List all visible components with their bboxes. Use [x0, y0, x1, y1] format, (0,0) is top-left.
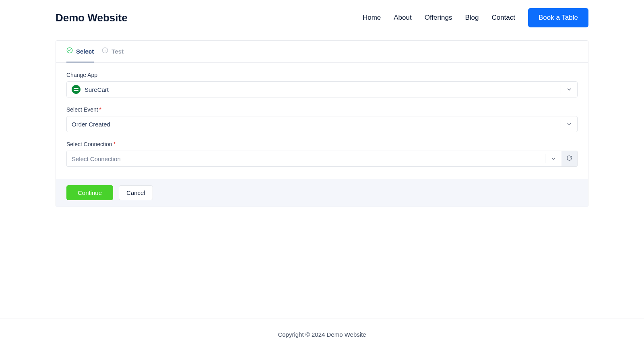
- info-circle-icon: [102, 47, 108, 55]
- footer-copyright: Copyright © 2024 Demo Website: [0, 331, 644, 338]
- site-header: Demo Website Home About Offerings Blog C…: [0, 0, 644, 35]
- tab-select-label: Select: [76, 48, 94, 55]
- select-connection-content: Select Connection: [72, 155, 121, 162]
- spacer: [0, 207, 644, 319]
- refresh-button[interactable]: [561, 151, 578, 167]
- field-select-connection: Select Connection* Select Connection: [66, 141, 578, 167]
- label-change-app: Change App: [66, 72, 578, 78]
- select-connection-placeholder: Select Connection: [72, 155, 121, 162]
- label-select-event: Select Event*: [66, 106, 578, 113]
- site-title: Demo Website: [56, 12, 128, 24]
- nav-link-contact[interactable]: Contact: [491, 14, 515, 22]
- continue-button[interactable]: Continue: [66, 185, 113, 200]
- panel-body: Change App SureCart Select Event*: [56, 63, 588, 179]
- nav-area: Home About Offerings Blog Contact Book a…: [363, 8, 588, 27]
- check-circle-icon: [66, 47, 73, 55]
- surecart-icon: [72, 85, 80, 94]
- cancel-button[interactable]: Cancel: [119, 185, 153, 200]
- tab-select[interactable]: Select: [66, 41, 94, 62]
- chevron-down-icon: [545, 154, 557, 163]
- nav-link-offerings[interactable]: Offerings: [425, 14, 452, 22]
- select-connection[interactable]: Select Connection: [66, 151, 561, 167]
- site-footer: Copyright © 2024 Demo Website: [0, 319, 644, 350]
- panel-footer: Continue Cancel: [56, 179, 588, 207]
- select-change-app[interactable]: SureCart: [66, 81, 578, 97]
- nav-link-home[interactable]: Home: [363, 14, 381, 22]
- required-asterisk: *: [99, 106, 101, 113]
- select-event-content: Order Created: [72, 121, 110, 128]
- chevron-down-icon: [561, 120, 573, 128]
- chevron-down-icon: [561, 85, 573, 94]
- config-panel: Select Test Change App SureCart: [56, 40, 588, 207]
- field-select-event: Select Event* Order Created: [66, 106, 578, 132]
- nav-link-blog[interactable]: Blog: [465, 14, 479, 22]
- book-table-button[interactable]: Book a Table: [528, 8, 588, 27]
- tabs: Select Test: [56, 41, 588, 63]
- nav-links: Home About Offerings Blog Contact: [363, 14, 515, 22]
- select-event-value: Order Created: [72, 121, 110, 128]
- select-event[interactable]: Order Created: [66, 116, 578, 132]
- select-change-app-value: SureCart: [85, 86, 109, 93]
- label-select-connection: Select Connection*: [66, 141, 578, 147]
- select-connection-row: Select Connection: [66, 151, 578, 167]
- tab-test[interactable]: Test: [102, 41, 124, 62]
- field-change-app: Change App SureCart: [66, 72, 578, 97]
- tab-test-label: Test: [111, 48, 124, 55]
- select-change-app-row: SureCart: [66, 81, 578, 97]
- refresh-icon: [566, 155, 572, 162]
- select-change-app-content: SureCart: [72, 85, 109, 94]
- required-asterisk: *: [114, 141, 116, 147]
- select-event-row: Order Created: [66, 116, 578, 132]
- nav-link-about[interactable]: About: [394, 14, 411, 22]
